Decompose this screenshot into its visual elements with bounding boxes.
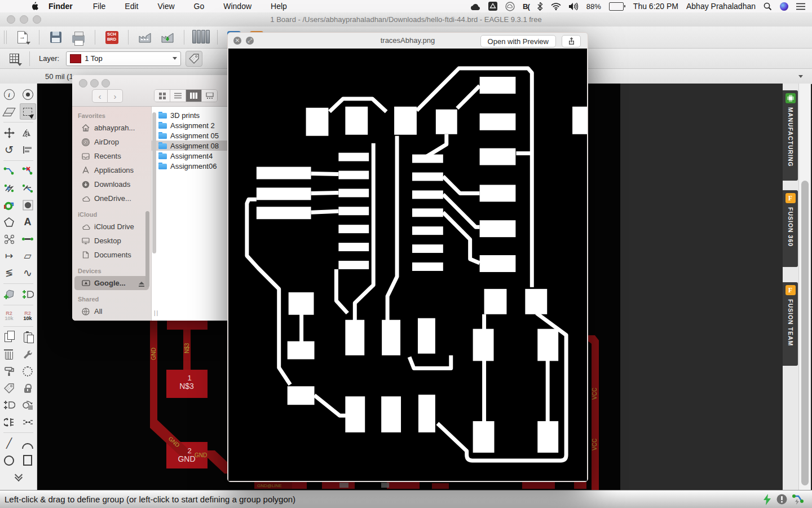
google-drive-icon[interactable] bbox=[488, 1, 497, 11]
tool-paste[interactable] bbox=[20, 329, 36, 345]
sidebar-scrollbar-thumb[interactable] bbox=[145, 211, 149, 287]
autorouter-bolt-icon[interactable] bbox=[763, 494, 772, 505]
grid-size-value[interactable]: 50 mil (1 bbox=[45, 72, 73, 81]
sidebar-item-applications[interactable]: Applications bbox=[72, 163, 151, 177]
layer-tag-button[interactable] bbox=[186, 51, 202, 67]
tool-optimize[interactable] bbox=[20, 363, 36, 379]
tool-polygon[interactable] bbox=[1, 214, 17, 230]
spotlight-icon[interactable] bbox=[764, 1, 772, 11]
canvas-vertical-scrollbar[interactable] bbox=[798, 84, 811, 490]
tool-replace[interactable] bbox=[20, 397, 36, 413]
eagle-title-bar[interactable]: 1 Board - /Users/abhayprahaladhan/Downlo… bbox=[0, 12, 812, 27]
tool-meander[interactable]: ∿ bbox=[20, 265, 36, 281]
tool-value[interactable]: R2 10k bbox=[20, 308, 36, 324]
tool-text[interactable]: A bbox=[20, 214, 36, 230]
tool-copy[interactable] bbox=[1, 329, 17, 345]
tool-align[interactable] bbox=[20, 142, 36, 158]
drc-wire-icon[interactable] bbox=[792, 494, 804, 505]
tool-via[interactable] bbox=[1, 197, 17, 213]
view-icons-button[interactable] bbox=[155, 90, 170, 102]
tool-move[interactable] bbox=[1, 125, 17, 141]
tool-paint[interactable] bbox=[1, 363, 17, 379]
sidebar-item-home[interactable]: abhayprah... bbox=[72, 121, 151, 135]
column-resize-handle[interactable]: || bbox=[154, 310, 159, 316]
tool-ripup[interactable] bbox=[20, 163, 36, 179]
grid-settings-button[interactable] bbox=[6, 51, 23, 67]
tool-gate-swap[interactable] bbox=[1, 397, 17, 413]
menu-clock[interactable]: Thu 6:20 PM bbox=[633, 2, 678, 11]
boom-audio-icon[interactable]: B( bbox=[523, 1, 529, 11]
sidebar-item-desktop[interactable]: Desktop bbox=[72, 234, 151, 248]
sidebar-item-google-drive[interactable]: Google... bbox=[74, 276, 149, 290]
menu-edit[interactable]: Edit bbox=[115, 2, 148, 11]
menu-go[interactable]: Go bbox=[184, 2, 214, 11]
tool-pad[interactable] bbox=[20, 197, 36, 213]
sidebar-item-downloads[interactable]: Downloads bbox=[72, 177, 151, 191]
tool-add-part[interactable] bbox=[1, 286, 17, 303]
tab-fusion-360[interactable]: F FUSION 360 bbox=[783, 190, 798, 267]
scrollbar-thumb[interactable] bbox=[801, 181, 809, 485]
menu-help[interactable]: Help bbox=[261, 2, 297, 11]
view-gallery-button[interactable] bbox=[202, 90, 217, 102]
sidebar-item-all[interactable]: All bbox=[72, 304, 151, 318]
forward-button[interactable]: › bbox=[108, 89, 123, 103]
sidebar-item-documents[interactable]: Documents bbox=[72, 248, 151, 262]
tool-smash[interactable]: R2 10k bbox=[1, 308, 17, 324]
tool-rotate[interactable]: ↺ bbox=[1, 142, 17, 158]
library-button[interactable] bbox=[192, 29, 209, 45]
share-button[interactable] bbox=[562, 35, 581, 47]
tool-group-selected[interactable] bbox=[20, 103, 36, 120]
apple-menu-icon[interactable] bbox=[31, 1, 38, 11]
tab-fusion-team[interactable]: F FUSION TEAM bbox=[783, 282, 798, 366]
toolbar-grip[interactable] bbox=[4, 30, 7, 44]
tool-line[interactable]: ╱ bbox=[1, 435, 17, 452]
tool-info[interactable]: i bbox=[1, 86, 17, 103]
tool-circle[interactable] bbox=[1, 452, 17, 468]
volume-icon[interactable] bbox=[569, 1, 579, 11]
menu-user-name[interactable]: Abhay Prahaladhan bbox=[686, 2, 756, 11]
tool-show[interactable] bbox=[20, 86, 36, 103]
sidebar-item-recents[interactable]: Recents bbox=[72, 149, 151, 163]
tool-lock[interactable] bbox=[20, 380, 36, 396]
warning-icon[interactable] bbox=[776, 494, 787, 505]
cam-processor-button[interactable] bbox=[136, 29, 153, 45]
sidebar-item-onedrive[interactable]: OneDrive... bbox=[72, 191, 151, 205]
finder-zoom-button[interactable] bbox=[102, 79, 110, 87]
notification-center-icon[interactable] bbox=[796, 1, 805, 11]
layer-dropdown[interactable]: 1 Top bbox=[66, 51, 181, 66]
tool-meet[interactable] bbox=[20, 414, 36, 430]
print-button[interactable] bbox=[70, 29, 87, 45]
bluetooth-icon[interactable] bbox=[537, 1, 543, 11]
menu-view[interactable]: View bbox=[148, 2, 184, 11]
tool-split[interactable]: ≶ bbox=[1, 265, 17, 281]
tool-mirror[interactable] bbox=[20, 125, 36, 141]
finder-minimize-button[interactable] bbox=[90, 79, 99, 87]
quicklook-window[interactable]: ✕ ⤢ tracesAbhay.png Open with Preview bbox=[227, 32, 588, 482]
tool-junction[interactable] bbox=[1, 231, 17, 247]
sidebar-item-airdrop[interactable]: AirDrop bbox=[72, 135, 151, 149]
sidebar-item-icloud-drive[interactable]: iCloud Drive bbox=[72, 220, 151, 234]
menu-app-name[interactable]: Finder bbox=[38, 2, 83, 11]
tool-display-layers[interactable] bbox=[1, 103, 17, 120]
creative-cloud-icon[interactable] bbox=[505, 1, 515, 11]
eject-icon[interactable] bbox=[139, 282, 144, 284]
tool-change[interactable] bbox=[20, 346, 36, 362]
wifi-icon[interactable] bbox=[551, 1, 561, 11]
open-file-button[interactable] bbox=[14, 29, 31, 45]
tab-manufacturing[interactable]: MANUFACTURING bbox=[783, 90, 798, 181]
tool-arc[interactable] bbox=[20, 435, 36, 452]
siri-icon[interactable] bbox=[780, 2, 788, 11]
back-button[interactable]: ‹ bbox=[92, 89, 108, 103]
save-button[interactable] bbox=[47, 29, 64, 45]
finder-close-button[interactable] bbox=[79, 79, 87, 87]
tool-label[interactable] bbox=[20, 231, 36, 247]
tool-delete[interactable] bbox=[1, 346, 17, 362]
view-list-button[interactable] bbox=[170, 90, 186, 102]
grid-size-dropdown-arrow[interactable] bbox=[788, 72, 803, 81]
tool-route[interactable] bbox=[1, 163, 17, 179]
menu-window[interactable]: Window bbox=[214, 2, 261, 11]
palette-more-chevron-icon[interactable] bbox=[15, 473, 22, 480]
sch-brd-switch-button[interactable]: SCHBRD bbox=[103, 29, 120, 45]
fab-output-button[interactable] bbox=[159, 29, 176, 45]
tool-name[interactable] bbox=[1, 380, 17, 396]
